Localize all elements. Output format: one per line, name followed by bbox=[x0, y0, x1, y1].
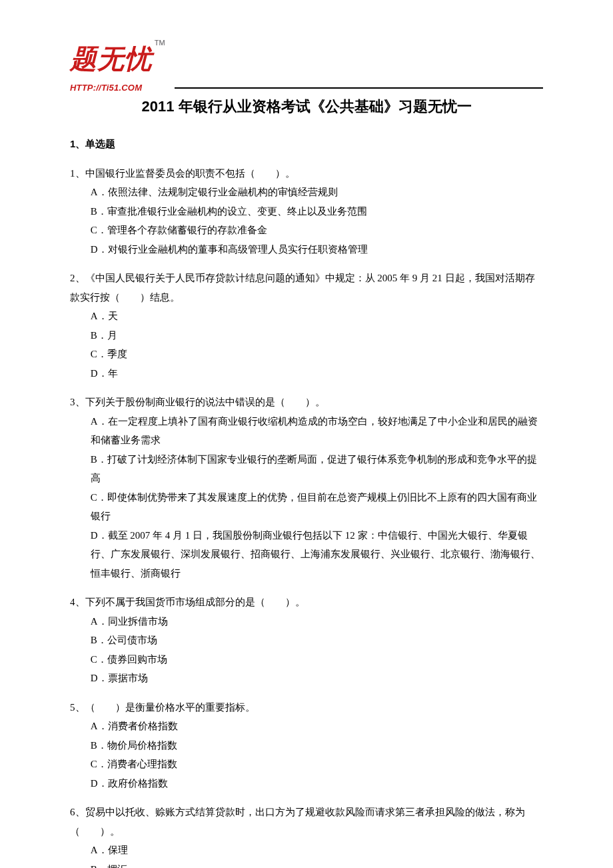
option-a: A．依照法律、法规制定银行业金融机构的审慎经营规则 bbox=[91, 183, 543, 202]
question-stem: 4、下列不属于我国货币市场组成部分的是（ ）。 bbox=[70, 593, 543, 612]
option-a: A．消费者价格指数 bbox=[91, 717, 543, 736]
section-heading: 1、单选题 bbox=[70, 135, 543, 154]
option-d: D．年 bbox=[91, 364, 543, 383]
option-list: A．天 B．月 C．季度 D．年 bbox=[70, 307, 543, 383]
option-d: D．截至 2007 年 4 月 1 日，我国股份制商业银行包括以下 12 家：中… bbox=[91, 526, 543, 583]
header-separator bbox=[175, 87, 543, 89]
option-a: A．天 bbox=[91, 307, 543, 326]
question-stem: 3、下列关于股份制商业银行的说法中错误的是（ ）。 bbox=[70, 393, 543, 412]
question-5: 5、（ ）是衡量价格水平的重要指标。 A．消费者价格指数 B．物价局价格指数 C… bbox=[70, 698, 543, 793]
question-stem: 6、贸易中以托收、赊账方式结算贷款时，出口方为了规避收款风险而请求第三者承担风险… bbox=[70, 803, 543, 841]
option-c: C．消费者心理指数 bbox=[91, 755, 543, 774]
option-b: B．打破了计划经济体制下国家专业银行的垄断局面，促进了银行体系竞争机制的形成和竞… bbox=[91, 450, 543, 488]
question-3: 3、下列关于股份制商业银行的说法中错误的是（ ）。 A．在一定程度上填补了国有商… bbox=[70, 393, 543, 583]
question-stem: 2、《中国人民银行关于人民币存贷款计结息问题的通知》中规定：从 2005 年 9… bbox=[70, 269, 543, 307]
option-b: B．月 bbox=[91, 326, 543, 345]
option-list: A．同业拆借市场 B．公司债市场 C．债券回购市场 D．票据市场 bbox=[70, 612, 543, 688]
option-list: A．在一定程度上填补了国有商业银行收缩机构造成的市场空白，较好地满足了中小企业和… bbox=[70, 412, 543, 583]
option-c: C．季度 bbox=[91, 345, 543, 364]
option-a: A．同业拆借市场 bbox=[91, 612, 543, 631]
option-c: C．即使体制优势带来了其发展速度上的优势，但目前在总资产规模上仍旧比不上原有的四… bbox=[91, 488, 543, 526]
page-title: 2011 年银行从业资格考试《公共基础》习题无忧一 bbox=[70, 93, 543, 121]
option-b: B．物价局价格指数 bbox=[91, 736, 543, 755]
option-c: C．债券回购市场 bbox=[91, 650, 543, 669]
option-list: A．依照法律、法规制定银行业金融机构的审慎经营规则 B．审查批准银行业金融机构的… bbox=[70, 183, 543, 259]
option-d: D．政府价格指数 bbox=[91, 774, 543, 793]
option-c: C．管理各个存款储蓄银行的存款准备金 bbox=[91, 221, 543, 240]
option-b: B．押汇 bbox=[91, 860, 543, 868]
question-1: 1、中国银行业监督委员会的职责不包括（ ）。 A．依照法律、法规制定银行业金融机… bbox=[70, 164, 543, 259]
option-a: A．保理 bbox=[91, 841, 543, 860]
question-stem: 5、（ ）是衡量价格水平的重要指标。 bbox=[70, 698, 543, 717]
question-2: 2、《中国人民银行关于人民币存贷款计结息问题的通知》中规定：从 2005 年 9… bbox=[70, 269, 543, 383]
option-list: A．保理 B．押汇 C．福费庭 D．信用证业务 bbox=[70, 841, 543, 868]
logo-tm: TM bbox=[155, 39, 165, 47]
option-d: D．对银行业金融机构的董事和高级管理人员实行任职资格管理 bbox=[91, 240, 543, 259]
option-a: A．在一定程度上填补了国有商业银行收缩机构造成的市场空白，较好地满足了中小企业和… bbox=[91, 412, 543, 450]
question-6: 6、贸易中以托收、赊账方式结算贷款时，出口方为了规避收款风险而请求第三者承担风险… bbox=[70, 803, 543, 868]
logo-text-cn: 题无忧 bbox=[70, 44, 152, 73]
option-list: A．消费者价格指数 B．物价局价格指数 C．消费者心理指数 D．政府价格指数 bbox=[70, 717, 543, 793]
option-d: D．票据市场 bbox=[91, 669, 543, 688]
question-4: 4、下列不属于我国货币市场组成部分的是（ ）。 A．同业拆借市场 B．公司债市场… bbox=[70, 593, 543, 688]
option-b: B．公司债市场 bbox=[91, 631, 543, 650]
option-b: B．审查批准银行业金融机构的设立、变更、终止以及业务范围 bbox=[91, 202, 543, 221]
question-stem: 1、中国银行业监督委员会的职责不包括（ ）。 bbox=[70, 164, 543, 183]
